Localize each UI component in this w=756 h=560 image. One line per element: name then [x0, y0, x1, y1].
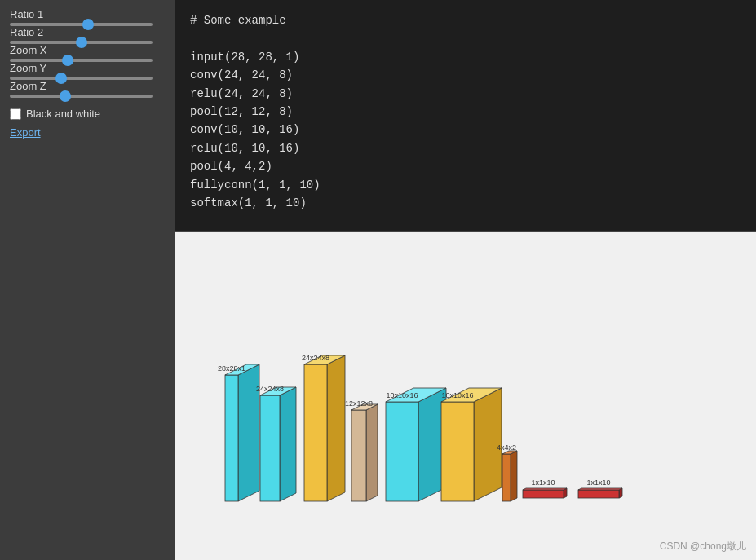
- svg-text:10x10x16: 10x10x16: [441, 391, 473, 399]
- svg-text:12x12x8: 12x12x8: [345, 399, 373, 408]
- svg-text:1x1x10: 1x1x10: [586, 478, 610, 487]
- svg-text:10x10x16: 10x10x16: [386, 391, 418, 399]
- black-white-checkbox[interactable]: [10, 108, 21, 120]
- slider-group-zoomZ: Zoom Z: [10, 80, 166, 98]
- svg-rect-29: [523, 490, 564, 498]
- svg-rect-21: [441, 402, 474, 501]
- export-link[interactable]: Export: [10, 126, 166, 139]
- svg-rect-33: [578, 490, 619, 498]
- svg-marker-12: [366, 404, 378, 501]
- slider-group-ratio1: Ratio 1: [10, 8, 166, 26]
- watermark: CSDN @chong墩儿: [660, 540, 746, 553]
- code-editor[interactable]: # Some example input(28, 28, 1) conv(24,…: [175, 0, 756, 232]
- svg-marker-34: [578, 488, 622, 490]
- svg-rect-13: [351, 410, 366, 501]
- svg-text:4x4x2: 4x4x2: [497, 443, 516, 452]
- sliders-container: Ratio 1Ratio 2Zoom XZoom YZoom Z: [10, 8, 166, 98]
- svg-rect-5: [260, 395, 280, 501]
- svg-text:24x24x8: 24x24x8: [302, 354, 329, 362]
- slider-group-zoomX: Zoom X: [10, 44, 166, 62]
- visualization-area: 28x28x124x24x824x24x812x12x810x10x1610x1…: [175, 232, 756, 560]
- slider-group-ratio2: Ratio 2: [10, 26, 166, 44]
- right-panel: # Some example input(28, 28, 1) conv(24,…: [175, 0, 756, 560]
- svg-rect-17: [386, 402, 418, 501]
- left-panel: Ratio 1Ratio 2Zoom XZoom YZoom Z Black a…: [0, 0, 175, 560]
- svg-text:24x24x8: 24x24x8: [256, 385, 284, 393]
- svg-rect-1: [225, 375, 238, 501]
- svg-marker-30: [523, 488, 567, 490]
- svg-text:1x1x10: 1x1x10: [531, 478, 555, 487]
- svg-marker-24: [511, 451, 517, 501]
- slider-input-zoomZ[interactable]: [10, 95, 153, 98]
- svg-text:28x28x1: 28x28x1: [218, 364, 245, 373]
- svg-rect-25: [502, 454, 511, 501]
- svg-marker-4: [280, 387, 296, 501]
- black-white-row: Black and white: [10, 108, 166, 120]
- svg-rect-9: [304, 364, 327, 501]
- slider-group-zoomY: Zoom Y: [10, 62, 166, 80]
- neural-net-diagram: 28x28x124x24x824x24x812x12x810x10x1610x1…: [175, 232, 756, 560]
- black-white-label: Black and white: [26, 108, 100, 120]
- svg-marker-8: [327, 355, 345, 501]
